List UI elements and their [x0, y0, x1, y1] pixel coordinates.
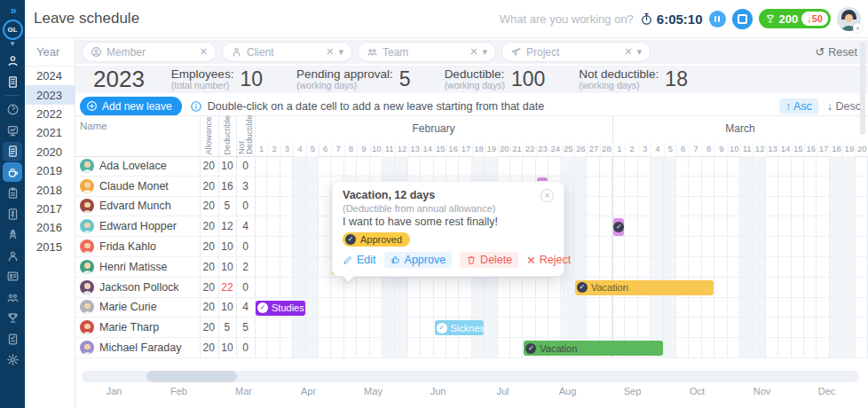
day-header-cell[interactable]: 7 [331, 141, 343, 156]
day-header-cell[interactable]: 12 [395, 141, 407, 156]
day-header-cell[interactable]: 26 [574, 141, 587, 156]
filter-team[interactable]: Team✕▾ [358, 42, 496, 62]
delete-button[interactable]: Delete [460, 252, 518, 268]
filter-team-chevron-icon[interactable]: ▾ [482, 46, 487, 58]
sort-desc-button[interactable]: ↓ Desc [827, 100, 861, 113]
member-name-cell[interactable]: Jackson Pollock [75, 280, 200, 294]
year-item-2020[interactable]: 2020 [25, 143, 75, 161]
member-name-cell[interactable]: Marie Curie [75, 300, 200, 314]
workspace-avatar[interactable]: GL [3, 20, 23, 40]
leave-bar-vacation[interactable]: ✓Vacation [524, 341, 662, 356]
member-name-cell[interactable]: Edvard Munch [75, 199, 200, 213]
sidebar-item-documents-icon[interactable] [3, 142, 22, 161]
day-header-cell[interactable]: 6 [676, 141, 689, 156]
day-header-cell[interactable]: 11 [383, 141, 395, 156]
minimap-month-mar[interactable]: Mar [211, 386, 276, 396]
day-header-cell[interactable]: 27 [587, 141, 599, 156]
sidebar-item-company-icon[interactable] [3, 72, 22, 91]
day-header-cell[interactable]: 1 [255, 141, 267, 156]
minimap-month-oct[interactable]: Oct [665, 386, 730, 396]
day-header-cell[interactable]: 12 [753, 141, 765, 156]
filter-client-clear-icon[interactable]: ✕ [326, 46, 334, 58]
year-item-2019[interactable]: 2019 [25, 161, 75, 180]
filter-project-chevron-icon[interactable]: ▾ [636, 46, 642, 58]
minimap-month-apr[interactable]: Apr [276, 386, 341, 396]
reject-button[interactable]: ✕ Reject [526, 254, 571, 267]
filter-project[interactable]: Project✕▾ [501, 42, 651, 62]
day-header-cell[interactable]: 8 [702, 141, 714, 156]
sidebar-item-reports-icon[interactable] [3, 121, 22, 140]
day-header-cell[interactable]: 17 [459, 141, 471, 156]
member-name-cell[interactable]: Frida Kahlo [75, 239, 200, 254]
minimap-month-nov[interactable]: Nov [730, 386, 794, 396]
day-header-cell[interactable]: 17 [817, 141, 829, 156]
day-header-cell[interactable]: 5 [306, 141, 319, 156]
sidebar-item-user-icon[interactable] [3, 51, 22, 71]
year-item-2022[interactable]: 2022 [25, 105, 75, 123]
sidebar-item-settings-icon[interactable] [3, 350, 22, 370]
day-header-cell[interactable]: 2 [625, 141, 637, 156]
popup-close-icon[interactable]: ✕ [541, 189, 554, 202]
day-header-cell[interactable]: 8 [344, 141, 357, 156]
add-new-leave-button[interactable]: Add new leave [80, 97, 182, 116]
minimap-month-jun[interactable]: Jun [406, 386, 470, 396]
day-header-cell[interactable]: 16 [446, 141, 459, 156]
sidebar-item-invoices-icon[interactable] [3, 204, 22, 224]
sidebar-item-achievements-icon[interactable] [3, 309, 22, 328]
year-item-2024[interactable]: 2024 [25, 67, 75, 85]
day-header-cell[interactable]: 9 [357, 141, 369, 156]
vertical-scrollbar-thumb[interactable] [860, 42, 865, 135]
filter-client-chevron-icon[interactable]: ▾ [338, 46, 343, 58]
day-header-cell[interactable]: 3 [638, 141, 651, 156]
year-item-2018[interactable]: 2018 [25, 180, 75, 199]
sidebar-item-clients-icon[interactable] [3, 246, 22, 265]
sidebar-item-dashboard-icon[interactable] [3, 100, 22, 120]
day-header-cell[interactable]: 15 [792, 141, 804, 156]
day-header-cell[interactable]: 19 [485, 141, 497, 156]
sort-asc-button[interactable]: ↑ Asc [779, 98, 818, 114]
day-header-cell[interactable]: 13 [408, 141, 421, 156]
day-header-cell[interactable]: 20 [856, 141, 868, 156]
sidebar-item-requests-icon[interactable] [3, 329, 22, 349]
filter-project-clear-icon[interactable]: ✕ [624, 46, 632, 58]
timeline-scrollbar-thumb[interactable] [146, 371, 237, 382]
expand-sidebar-icon[interactable]: » [10, 4, 14, 18]
day-header-cell[interactable]: 16 [804, 141, 817, 156]
sidebar-item-leave-icon[interactable] [3, 162, 22, 182]
minimap-month-aug[interactable]: Aug [535, 386, 600, 396]
day-header-cell[interactable]: 28 [600, 141, 612, 156]
sidebar-item-badge-icon[interactable] [3, 267, 22, 286]
filter-client[interactable]: Client✕▾ [222, 42, 352, 62]
day-header-cell[interactable]: 2 [267, 141, 280, 156]
day-header-cell[interactable]: 24 [548, 141, 561, 156]
score-badge[interactable]: 200 ↓50 [759, 9, 831, 28]
workspace-chevron-down-icon[interactable]: ▾ [11, 40, 15, 50]
leave-bar-single-day[interactable]: ✓ [613, 218, 624, 236]
minimap-month-jan[interactable]: Jan [82, 386, 146, 396]
day-header-cell[interactable]: 4 [293, 141, 305, 156]
timeline-scrollbar-track[interactable] [82, 371, 859, 382]
day-header-cell[interactable]: 6 [319, 141, 331, 156]
day-header-cell[interactable]: 20 [498, 141, 510, 156]
minimap-month-may[interactable]: May [341, 386, 406, 396]
minimap-month-dec[interactable]: Dec [794, 386, 859, 396]
day-header-cell[interactable]: 18 [830, 141, 842, 156]
day-header-cell[interactable]: 14 [778, 141, 791, 156]
year-item-2023[interactable]: 2023 [25, 85, 75, 104]
sidebar-item-tasks-icon[interactable] [3, 184, 22, 203]
filter-team-clear-icon[interactable]: ✕ [470, 46, 477, 58]
pause-timer-button[interactable] [709, 11, 726, 27]
year-item-2015[interactable]: 2015 [25, 238, 75, 256]
sidebar-item-team-icon[interactable] [3, 287, 22, 307]
year-item-2016[interactable]: 2016 [25, 218, 75, 237]
filter-member-clear-icon[interactable]: ✕ [200, 46, 208, 58]
minimap-month-jul[interactable]: Jul [470, 386, 535, 396]
day-header-cell[interactable]: 10 [728, 141, 740, 156]
member-name-cell[interactable]: Ada Lovelace [75, 159, 200, 173]
leave-bar-studies[interactable]: ✓Studies [256, 301, 305, 316]
minimap-month-feb[interactable]: Feb [146, 386, 211, 396]
working-on-input[interactable]: What are you working on? [500, 12, 634, 26]
leave-bar-vacation[interactable]: ✓Vacation [575, 280, 714, 295]
filter-member[interactable]: Member✕ [82, 42, 217, 62]
day-header-cell[interactable]: 1 [612, 141, 625, 156]
